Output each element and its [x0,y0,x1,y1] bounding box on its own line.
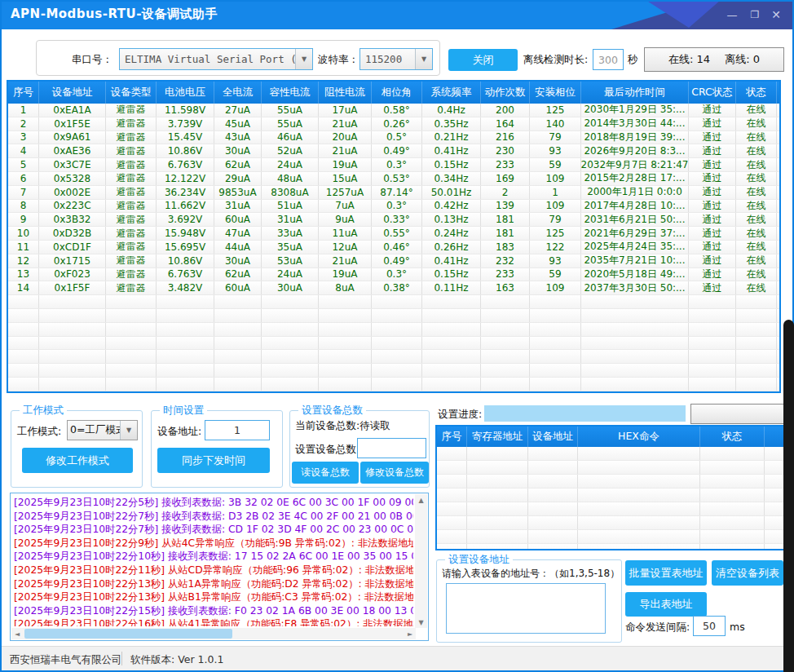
device-row-cell: 60uA [214,213,262,226]
device-row[interactable]: 40xAE36避雷器10.86V30uA52uA21uA0.49°0.41Hz2… [8,144,779,158]
device-row-cell: 7uA [319,200,372,213]
device-row-cell: 在线 [736,213,777,226]
device-row[interactable]: 60x5328避雷器12.122V29uA48uA15uA0.53°0.34Hz… [8,172,779,186]
command-row-cell [700,447,765,460]
device-row-cell: 避雷器 [106,104,157,117]
minimize-button[interactable]: — [722,6,742,24]
device-row-cell [581,309,689,322]
software-version: 软件版本: Ver 1.0.1 [130,653,223,667]
scrollbar-thumb[interactable] [24,629,232,639]
device-row-cell: 2017年4月28日 10:... [581,200,689,213]
device-row-cell: 5 [8,158,39,171]
command-row-cell [700,489,765,502]
device-row[interactable]: 70x002E避雷器36.234V9853uA8308uA1257uA87.14… [8,186,779,200]
modify-work-mode-button[interactable]: 修改工作模式 [22,448,133,473]
clear-device-list-button[interactable]: 清空设备列表 [712,560,783,586]
device-row-cell [214,295,262,308]
device-row-cell: 0.5° [372,131,422,144]
device-row[interactable]: 30x9A61避雷器15.45V43uA46uA20uA0.5°0.21Hz21… [8,131,779,145]
device-row-cell: 93 [530,144,581,157]
device-row[interactable]: 120x1715避雷器10.86V30uA53uA21uA0.49°0.41Hz… [8,254,779,268]
device-row[interactable]: 100xD32B避雷器15.948V47uA33uA11uA0.55°0.24H… [8,227,779,241]
device-row-cell [422,337,481,350]
device-row-empty [8,323,779,337]
device-row-cell [262,378,319,391]
device-row-cell: 避雷器 [106,254,157,267]
device-row[interactable]: 110xCD1F避雷器15.695V44uA35uA12uA0.46°0.26H… [8,241,779,254]
command-row-cell [437,502,467,515]
read-total-button[interactable]: 读设备总数 [292,462,359,484]
device-row-cell: 79 [530,213,581,226]
sync-time-button[interactable]: 同步下发时间 [157,448,270,473]
device-row-cell: 2035年7月21日 10:... [581,254,689,267]
device-header-cell: 容性电流 [262,82,319,104]
device-row-cell: 避雷器 [106,227,157,240]
device-row-cell: 125 [530,104,581,117]
command-row-cell [528,447,578,460]
device-row-cell [530,337,581,350]
interval-input[interactable]: 50 [693,616,726,636]
log-lines: [2025年9月23日10时22分5秒] 接收到表数据: 3B 32 02 0E… [14,496,413,626]
device-header-cell: 全电流 [214,82,262,104]
interval-unit-label: ms [730,621,745,633]
device-row-cell [422,295,481,308]
scroll-up-icon[interactable]: ▲ [415,494,427,506]
seconds-label: 秒 [628,53,638,67]
device-row[interactable]: 130xF023避雷器6.763V62uA24uA19uA0.3°0.15Hz2… [8,268,779,282]
scroll-right-icon[interactable]: ► [404,628,416,639]
device-row-cell [39,378,106,391]
log-vertical-scrollbar[interactable]: ▲ ▼ [415,494,427,628]
device-row-cell [8,337,39,350]
address-list-input[interactable] [446,583,606,634]
device-row-cell: 在线 [736,281,777,294]
device-row-empty [8,378,779,391]
device-row-cell [262,350,319,363]
set-total-input[interactable] [357,438,426,458]
log-horizontal-scrollbar[interactable]: ◄ ► [11,628,416,639]
command-row-cell [578,475,700,488]
command-row-cell [467,461,528,474]
device-row-cell: 109 [530,172,581,185]
scroll-down-icon[interactable]: ▼ [415,617,427,628]
maximize-button[interactable]: ❐ [745,6,765,24]
serial-port-select[interactable]: ELTIMA Virtual Serial Port (COM1-2 ▼ [119,48,313,70]
device-row-cell: 4 [8,144,39,157]
device-row[interactable]: 90x3B32避雷器3.692V60uA31uA9uA0.33°0.13Hz18… [8,213,779,227]
device-row[interactable]: 80x223C避雷器11.662V31uA51uA7uA0.3°0.42Hz13… [8,200,779,214]
device-header-cell: 安装相位 [530,82,581,104]
overlay-scrollbar[interactable] [783,320,794,672]
set-address-group: 设置设备地址 请输入表设备的地址号：（如1,3,5-18） [436,559,622,643]
command-row-cell [528,502,578,515]
device-row-cell: 0.49° [372,254,422,267]
modify-total-button[interactable]: 修改设备总数 [360,462,429,484]
device-row-cell: 3.692V [157,213,214,226]
device-row[interactable]: 140x1F5F避雷器3.482V60uA30uA8uA0.38°0.11Hz1… [8,281,779,295]
device-row[interactable]: 20x1F5E避雷器3.739V45uA55uA21uA0.26°0.35Hz1… [8,117,779,131]
device-row-cell: 232 [481,254,530,267]
device-row-cell [8,378,39,391]
device-row-cell [689,350,736,363]
export-address-button[interactable]: 导出表地址 [625,592,707,617]
chevron-down-icon: ▼ [120,421,137,440]
scroll-left-icon[interactable]: ◄ [11,628,23,639]
device-row-cell: 12uA [319,241,372,254]
command-table: 序号寄存器地址设备地址HEX命令状态 [435,425,785,550]
close-port-button[interactable]: 关闭 [448,49,518,71]
device-row-cell [372,323,422,336]
device-row-cell: 在线 [736,104,777,117]
work-mode-select[interactable]: 0=工厂模式 ▼ [67,420,138,440]
offline-duration-input[interactable]: 300 [593,49,624,70]
device-row[interactable]: 10xEA1A避雷器11.598V27uA55uA17uA0.58°0.4Hz2… [8,104,779,117]
device-row-cell-spare [777,213,779,226]
baud-rate-select[interactable]: 115200 ▼ [360,48,433,70]
device-row-cell: 避雷器 [106,281,157,294]
close-window-button[interactable]: ✕ [766,6,786,24]
device-row-cell: 3.739V [157,117,214,130]
device-row-cell [106,350,157,363]
device-row[interactable]: 50x3C7E避雷器6.763V62uA24uA19uA0.3°0.15Hz23… [8,158,779,172]
batch-set-address-button[interactable]: 批量设置表地址 [625,560,707,586]
log-area[interactable]: [2025年9月23日10时22分5秒] 接收到表数据: 3B 32 02 0E… [10,493,429,641]
device-address-input[interactable]: 1 [205,420,270,440]
device-row-cell: 通过 [689,117,736,130]
device-row-cell: 1257uA [319,186,372,199]
